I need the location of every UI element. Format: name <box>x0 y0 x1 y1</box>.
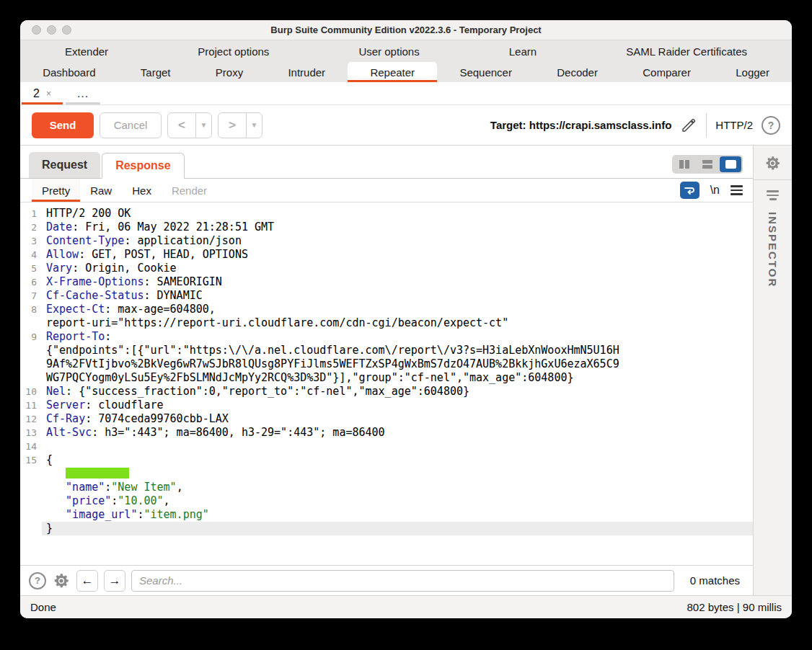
tab-request[interactable]: Request <box>29 152 100 178</box>
line-number <box>20 371 42 385</box>
tab-saml-raider-certificates[interactable]: SAML Raider Certificates <box>581 40 792 62</box>
editor-line[interactable]: 15{ <box>20 453 753 467</box>
editor-line[interactable]: 5Vary: Origin, Cookie <box>20 262 753 275</box>
tab-extender[interactable]: Extender <box>20 40 153 62</box>
forward-icon[interactable]: > <box>219 113 246 138</box>
line-number <box>20 316 42 330</box>
previous-match-button[interactable]: ← <box>76 570 98 592</box>
repeater-toolbar: Send Cancel < ▼ > ▼ Target: https://crap… <box>20 105 792 146</box>
editor-line[interactable]: {"endpoints":[{"url":"https:\/\/a.nel.cl… <box>20 344 753 357</box>
search-help-icon[interactable]: ? <box>29 572 46 589</box>
window-title: Burp Suite Community Edition v2022.3.6 -… <box>270 25 541 35</box>
inspector-collapse-icon[interactable] <box>767 190 779 200</box>
line-text: 9Af%2FVtIjbvo%2BkVeg6wR7wSJbR8lQUsg8PYFi… <box>42 357 753 371</box>
line-text: Content-Type: application/json <box>42 234 753 248</box>
highlighted-selection <box>66 468 129 478</box>
line-number <box>20 344 42 357</box>
line-text: "image_url":"item.png" <box>42 508 753 522</box>
line-text: Date: Fri, 06 May 2022 21:28:51 GMT <box>42 221 753 234</box>
more-tabs-label: ... <box>77 87 89 100</box>
close-window-icon[interactable] <box>32 25 41 35</box>
view-tab-pretty[interactable]: Pretty <box>32 179 80 202</box>
editor-line[interactable]: } <box>20 522 753 535</box>
editor-line[interactable]: 4Allow: GET, POST, HEAD, OPTIONS <box>20 248 753 262</box>
editor-line[interactable]: 6X-Frame-Options: SAMEORIGIN <box>20 275 753 289</box>
help-icon[interactable]: ? <box>762 116 780 135</box>
tab-dashboard[interactable]: Dashboard <box>20 62 118 82</box>
editor-line[interactable]: 1HTTP/2 200 OK <box>20 207 753 221</box>
view-tab-raw[interactable]: Raw <box>80 179 122 202</box>
tab-proxy[interactable]: Proxy <box>193 62 266 82</box>
new-session-tab[interactable]: ... <box>64 82 102 104</box>
tab-target[interactable]: Target <box>118 62 193 82</box>
traffic-lights <box>32 25 71 35</box>
inspector-sidebar: INSPECTOR <box>753 146 792 595</box>
editor-line[interactable]: 13Alt-Svc: h3=":443"; ma=86400, h3-29=":… <box>20 426 753 440</box>
tab-comparer[interactable]: Comparer <box>620 62 713 82</box>
editor-line[interactable]: 2Date: Fri, 06 May 2022 21:28:51 GMT <box>20 221 753 234</box>
search-input[interactable] <box>131 570 674 592</box>
line-number: 3 <box>20 234 42 248</box>
editor-line[interactable]: 14 <box>20 440 753 453</box>
history-forward-button[interactable]: > ▼ <box>218 112 262 138</box>
minimize-window-icon[interactable] <box>47 25 56 35</box>
tab-learn[interactable]: Learn <box>464 40 581 62</box>
layout-single-button[interactable] <box>720 156 741 172</box>
close-tab-icon[interactable]: × <box>46 89 51 99</box>
line-number: 6 <box>20 275 42 289</box>
editor-line[interactable]: 3Content-Type: application/json <box>20 234 753 248</box>
tab-sequencer[interactable]: Sequencer <box>437 62 534 82</box>
main-tab-bar: ExtenderProject optionsUser optionsLearn… <box>20 40 792 82</box>
view-tab-render[interactable]: Render <box>162 179 217 202</box>
forward-dropdown-icon[interactable]: ▼ <box>246 113 262 138</box>
next-match-button[interactable]: → <box>104 570 125 592</box>
tab-intruder[interactable]: Intruder <box>265 62 348 82</box>
edit-target-pencil-icon[interactable] <box>680 117 697 134</box>
editor-line[interactable]: 7Cf-Cache-Status: DYNAMIC <box>20 289 753 303</box>
send-button[interactable]: Send <box>32 112 94 138</box>
editor-line[interactable] <box>20 467 753 481</box>
editor-line[interactable]: WG7PQCYogm0yLSu5Ey%2FbSLMNdJcMpYy2RCQ%3D… <box>20 371 753 385</box>
layout-rows-button[interactable] <box>697 156 718 172</box>
tab-repeater[interactable]: Repeater <box>348 62 437 82</box>
editor-line[interactable]: 10Nel: {"success_fraction":0,"report_to"… <box>20 385 753 399</box>
tab-response[interactable]: Response <box>102 153 184 179</box>
editor-line[interactable]: 9Report-To: <box>20 330 753 344</box>
request-response-tabs: Request Response <box>20 146 753 179</box>
line-number: 13 <box>20 426 42 440</box>
search-settings-gear-icon[interactable] <box>52 571 71 590</box>
show-newlines-toggle[interactable]: \n <box>710 184 720 197</box>
line-number <box>20 467 42 481</box>
editor-menu-icon[interactable] <box>731 185 743 195</box>
editor-line[interactable]: 8Expect-Ct: max-age=604800, <box>20 303 753 316</box>
editor-line[interactable]: 9Af%2FVtIjbvo%2BkVeg6wR7wSJbR8lQUsg8PYFi… <box>20 357 753 371</box>
line-number: 15 <box>20 453 42 467</box>
line-text: X-Frame-Options: SAMEORIGIN <box>42 275 753 289</box>
back-dropdown-icon[interactable]: ▼ <box>195 113 211 138</box>
editor-line[interactable]: "price":"10.00", <box>20 494 753 508</box>
editor-line[interactable]: "name":"New Item", <box>20 481 753 494</box>
burp-window: Burp Suite Community Edition v2022.3.6 -… <box>20 20 792 618</box>
inspector-label[interactable]: INSPECTOR <box>767 212 779 288</box>
zoom-window-icon[interactable] <box>62 25 71 35</box>
back-icon[interactable]: < <box>168 113 195 138</box>
tab-user-options[interactable]: User options <box>314 40 464 62</box>
line-number <box>20 494 42 508</box>
tab-project-options[interactable]: Project options <box>153 40 314 62</box>
editor-line[interactable]: 11Server: cloudflare <box>20 399 753 412</box>
editor-line[interactable]: 12Cf-Ray: 7074ceda99760cbb-LAX <box>20 412 753 426</box>
editor-line[interactable]: "image_url":"item.png" <box>20 508 753 522</box>
line-text: { <box>42 453 753 467</box>
layout-columns-button[interactable] <box>674 156 695 172</box>
view-tab-hex[interactable]: Hex <box>122 179 162 202</box>
tab-logger[interactable]: Logger <box>713 62 792 82</box>
inspector-settings-gear-icon[interactable] <box>764 154 782 172</box>
tab-decoder[interactable]: Decoder <box>534 62 620 82</box>
response-editor[interactable]: 1HTTP/2 200 OK2Date: Fri, 06 May 2022 21… <box>20 202 753 565</box>
cancel-button[interactable]: Cancel <box>100 112 162 138</box>
history-back-button[interactable]: < ▼ <box>167 112 212 138</box>
word-wrap-toggle-icon[interactable] <box>680 182 700 199</box>
session-tab-2[interactable]: 2 × <box>20 82 64 104</box>
line-number: 12 <box>20 412 42 426</box>
editor-line[interactable]: report-uri="https://report-uri.cloudflar… <box>20 316 753 330</box>
